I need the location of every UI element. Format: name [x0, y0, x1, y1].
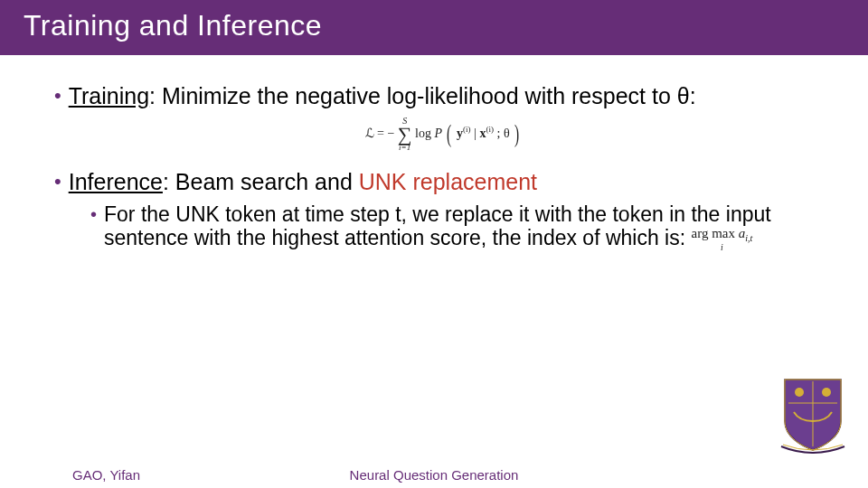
- bullet-training-text: Training: Minimize the negative log-like…: [69, 82, 832, 109]
- bullet-inference-text: Inference: Beam search and UNK replaceme…: [69, 168, 832, 195]
- bullet-dot-icon: •: [54, 168, 61, 195]
- formula-y-sup: (i): [463, 125, 471, 134]
- footer-project: Neural Question Generation: [350, 467, 519, 483]
- svg-point-0: [795, 388, 804, 397]
- inference-rest: : Beam search and: [163, 169, 359, 194]
- slide-title: Training and Inference: [0, 0, 868, 55]
- loss-formula: ℒ = − S ∑ i=1 log P ( y(i) | x(i) ; θ ): [54, 117, 832, 152]
- sub-bullet-unk: • For the UNK token at time step t, we r…: [90, 202, 832, 252]
- svg-point-1: [822, 388, 831, 397]
- formula-log: log: [415, 127, 434, 140]
- slide-body: • Training: Minimize the negative log-li…: [0, 55, 868, 252]
- slide-footer: GAO, Yifan Neural Question Generation: [0, 463, 868, 488]
- university-crest-icon: [779, 376, 846, 454]
- formula-lhs: ℒ = −: [365, 127, 395, 140]
- inference-unk: UNK replacement: [359, 169, 537, 194]
- training-label: Training: [69, 83, 149, 108]
- formula-bar: |: [474, 127, 476, 140]
- sub-bullet-body: For the UNK token at time step t, we rep…: [104, 202, 771, 249]
- bullet-training: • Training: Minimize the negative log-li…: [54, 82, 832, 109]
- bullet-dot-icon: •: [54, 82, 61, 109]
- formula-p: P: [434, 127, 445, 140]
- bullet-inference: • Inference: Beam search and UNK replace…: [54, 168, 832, 195]
- lparen-icon: (: [447, 124, 451, 144]
- sigma-icon: S ∑ i=1: [398, 117, 412, 152]
- footer-author: GAO, Yifan: [72, 467, 140, 483]
- inference-label: Inference: [69, 169, 163, 194]
- rparen-icon: ): [514, 124, 519, 144]
- argmax-formula: arg max ai,t i: [692, 227, 753, 252]
- training-rest: : Minimize the negative log-likelihood w…: [149, 83, 695, 108]
- bullet-dot-icon: •: [90, 202, 97, 226]
- formula-y: y: [457, 127, 463, 140]
- sub-bullet-text: For the UNK token at time step t, we rep…: [104, 202, 832, 252]
- formula-x-sup: (i): [486, 125, 494, 134]
- formula-theta: ; θ: [497, 127, 510, 140]
